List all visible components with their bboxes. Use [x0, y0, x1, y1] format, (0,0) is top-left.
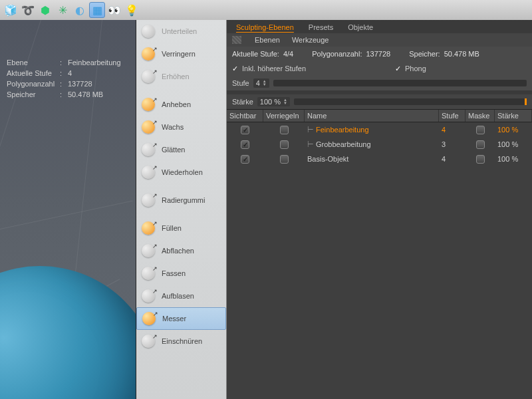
strength-field[interactable]: 100 % ▲▼: [257, 97, 290, 106]
tool-icon: ↗: [140, 119, 156, 135]
visible-checkbox[interactable]: [241, 155, 249, 164]
hud-value: 137728: [68, 78, 92, 89]
level-field[interactable]: 4 ▲▼: [253, 78, 269, 88]
tool-icon: ↗: [140, 333, 156, 349]
visible-checkbox[interactable]: [241, 140, 249, 149]
info-row: Aktuelle Stufe:4/4 Polygonanzahl:137728 …: [227, 47, 532, 61]
th-lock[interactable]: Verriegeln: [263, 110, 305, 122]
tool-label: Wiederholen: [162, 168, 222, 176]
sculpt-tool-glätten[interactable]: ↗Glätten: [136, 138, 226, 161]
visible-checkbox[interactable]: [241, 126, 249, 134]
sculpt-tool-fassen[interactable]: ↗Fassen: [136, 262, 226, 285]
layer-level: 4: [439, 152, 466, 166]
tool-icon: ↗: [140, 192, 156, 208]
tool-icon: ↗: [140, 288, 156, 304]
toolbar-icon-light[interactable]: 💡: [124, 2, 140, 18]
tab-objects[interactable]: Objekte: [342, 21, 378, 33]
mask-checkbox[interactable]: [476, 126, 485, 134]
layer-level: 3: [439, 137, 466, 152]
toolbar-icon-camera[interactable]: 👀: [106, 2, 122, 18]
hud-value: Feinbearbeitung: [68, 57, 121, 68]
hud-value: 50.478 MB: [68, 89, 103, 100]
layer-strength: 100 %: [495, 137, 532, 152]
layer-table-header: Sichtbar Verriegeln Name Stufe Maske Stä…: [227, 109, 532, 122]
sculpt-tool-wiederholen[interactable]: ↗Wiederholen: [136, 161, 226, 184]
th-visible[interactable]: Sichtbar: [227, 110, 263, 122]
checkbox-phong[interactable]: ✓Phong: [395, 65, 426, 73]
info-label: Polygonanzahl:: [312, 50, 362, 58]
level-row: Stufe 4 ▲▼: [227, 76, 532, 90]
sculpt-tool-erhöhen[interactable]: ↗Erhöhen: [136, 65, 226, 88]
sculpt-tool-abflachen[interactable]: ↗Abflachen: [136, 239, 226, 262]
tool-icon: [140, 23, 156, 39]
tab-presets[interactable]: Presets: [303, 21, 338, 33]
sculpt-tool-anheben[interactable]: ↗Anheben: [136, 93, 226, 116]
sculpt-tool-messer[interactable]: ↗Messer: [136, 307, 226, 330]
toolbar-icon-spline[interactable]: ➰: [20, 2, 36, 18]
tool-label: Füllen: [162, 224, 222, 232]
th-level[interactable]: Stufe: [439, 110, 466, 122]
toolbar-icon-generator[interactable]: ✳: [55, 2, 70, 18]
tool-icon: ↗: [140, 142, 156, 158]
strength-slider[interactable]: [294, 98, 527, 105]
th-name[interactable]: Name: [305, 110, 439, 122]
tool-label: Messer: [162, 315, 221, 323]
tool-label: Wachs: [162, 123, 222, 131]
subnav-layers[interactable]: Ebenen: [255, 36, 280, 44]
tool-label: Anheben: [162, 100, 222, 108]
panel-subnav: Ebenen Werkzeuge: [227, 33, 532, 47]
th-strength[interactable]: Stärke: [495, 110, 532, 122]
info-value: 4/4: [283, 50, 293, 58]
strength-label: Stärke: [232, 98, 253, 106]
tab-sculpting-layers[interactable]: Sculpting-Ebenen: [231, 21, 299, 33]
layer-name: ⊢Feinbearbeitung: [305, 122, 439, 137]
hud-label: Aktuelle Stufe: [7, 68, 60, 78]
layer-row[interactable]: ⊢Grobbearbeitung3100 %: [227, 137, 532, 152]
tool-icon: ↗: [140, 265, 156, 281]
tool-label: Abflachen: [162, 247, 222, 255]
lock-checkbox[interactable]: [280, 155, 289, 164]
grip-icon[interactable]: [232, 36, 241, 44]
sculpt-tool-verringern[interactable]: ↗Verringern: [136, 43, 226, 65]
strength-row: Stärke 100 % ▲▼: [227, 94, 532, 109]
viewport-object-sphere: [0, 266, 136, 399]
toolbar-icon-primitive[interactable]: ⬢: [37, 2, 53, 18]
viewport[interactable]: Ebene:Feinbearbeitung Aktuelle Stufe:4 P…: [0, 20, 136, 399]
toolbar-icon-floor[interactable]: ▦: [89, 2, 105, 18]
sculpt-tool-füllen[interactable]: ↗Füllen: [136, 217, 226, 239]
mask-checkbox[interactable]: [476, 140, 485, 149]
tool-icon: ↗: [140, 164, 156, 180]
tool-icon: ↗: [140, 46, 156, 62]
info-value: 137728: [366, 50, 390, 58]
level-slider[interactable]: [273, 80, 527, 86]
layer-name: Basis-Objekt: [305, 152, 439, 166]
tool-icon: ↗: [141, 311, 157, 327]
subnav-tools[interactable]: Werkzeuge: [292, 36, 329, 44]
sculpt-tool-radiergummi[interactable]: ↗Radiergummi: [136, 189, 226, 211]
th-mask[interactable]: Maske: [466, 110, 495, 122]
tool-label: Fassen: [162, 269, 222, 277]
lock-checkbox[interactable]: [280, 140, 289, 149]
layer-row[interactable]: ⊢Feinbearbeitung4100 %: [227, 122, 532, 137]
sculpt-tool-einschnüren[interactable]: ↗Einschnüren: [136, 330, 226, 352]
level-value: 4: [256, 79, 260, 87]
spinner-icon[interactable]: ▲▼: [283, 98, 287, 105]
sculpt-tool-aufblasen[interactable]: ↗Aufblasen: [136, 285, 226, 307]
sculpt-tool-unterteilen[interactable]: Unterteilen: [136, 20, 226, 43]
right-panel: Sculpting-Ebenen Presets Objekte Ebenen …: [227, 20, 532, 399]
checkbox-label: Phong: [405, 65, 426, 72]
tool-label: Aufblasen: [162, 292, 222, 300]
layer-name: ⊢Grobbearbeitung: [305, 137, 439, 152]
lock-checkbox[interactable]: [280, 126, 289, 134]
toolbar-icon-deformer[interactable]: ◐: [72, 2, 88, 18]
toolbar-icon-cube[interactable]: 🧊: [3, 2, 19, 18]
checkbox-incl-higher[interactable]: ✓Inkl. höherer Stufen: [232, 65, 306, 73]
layer-row[interactable]: Basis-Objekt4100 %: [227, 152, 532, 166]
mask-checkbox[interactable]: [476, 155, 485, 164]
layer-strength: 100 %: [495, 152, 532, 166]
hud-label: Polygonanzahl: [7, 78, 60, 89]
layer-table-body: ⊢Feinbearbeitung4100 %⊢Grobbearbeitung31…: [227, 122, 532, 399]
spinner-icon[interactable]: ▲▼: [263, 80, 267, 86]
sculpt-tool-wachs[interactable]: ↗Wachs: [136, 116, 226, 138]
tool-label: Unterteilen: [162, 27, 222, 35]
